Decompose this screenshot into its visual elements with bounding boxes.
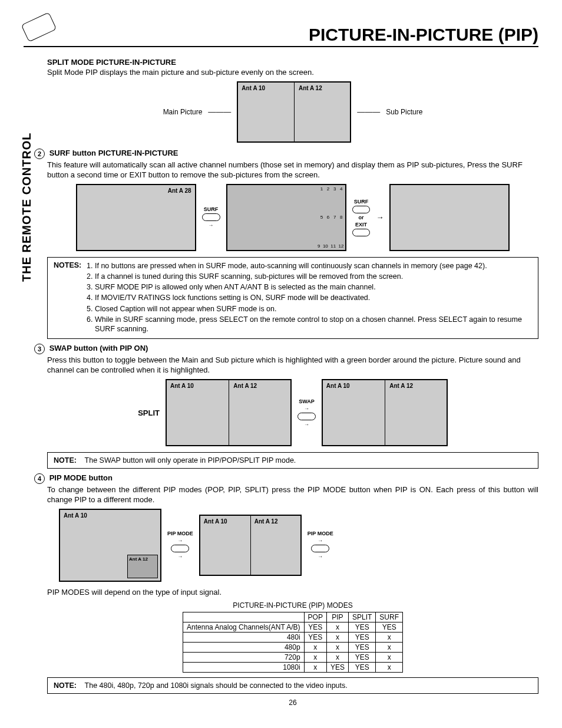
- note-item: While in SURF scanning mode, press SELEC…: [95, 315, 532, 334]
- surf-button-icon: [202, 213, 220, 221]
- table-cell: YES: [376, 622, 403, 632]
- table-cell: x: [376, 652, 403, 662]
- table-cell: 480i: [183, 632, 305, 642]
- ant-label: Ant A 10: [170, 383, 194, 389]
- step-3-badge: 3: [34, 344, 45, 354]
- note-item: Closed Caption will not appear when SURF…: [95, 304, 532, 314]
- section3-heading: SWAP button (with PIP ON): [49, 344, 148, 353]
- table-cell: YES: [348, 632, 375, 642]
- table-cell: x: [326, 632, 348, 642]
- table-header: PIP: [326, 612, 348, 622]
- section1-heading: SPLIT MODE PICTURE-IN-PICTURE: [47, 58, 538, 67]
- table-cell: x: [304, 662, 326, 672]
- swap-before-figure: Ant A 10 Ant A 12: [166, 379, 292, 446]
- pip-mode-button-icon: [171, 545, 189, 552]
- exit-label: EXIT: [355, 222, 367, 228]
- pip-mode-button-icon: [311, 545, 329, 552]
- section2-body: This feature will automatically scan all…: [47, 160, 538, 180]
- section4-heading: PIP MODE button: [49, 474, 113, 483]
- swap-note-box: NOTE: The SWAP button will only operate …: [47, 452, 538, 469]
- split-label: SPLIT: [138, 409, 160, 417]
- step-2-badge: 2: [34, 149, 45, 159]
- main-picture-label: Main Picture: [163, 108, 203, 116]
- ant-label: Ant A 28: [168, 187, 191, 194]
- notes-box-1: NOTES: If no buttons are pressed when in…: [47, 257, 538, 340]
- split-tv-figure: Ant A 10 Ant A 12: [237, 81, 351, 143]
- table-title: PICTURE-IN-PICTURE (PIP) MODES: [47, 601, 538, 610]
- arrow-right-icon: →: [177, 538, 183, 543]
- pop-figure: Ant A 10 Ant A 12: [59, 509, 161, 582]
- page-number: 26: [47, 699, 538, 707]
- sub-picture-label: Sub Picture: [386, 108, 422, 116]
- section2-heading: SURF button PICTURE-IN-PICTURE: [49, 149, 178, 157]
- arrow-right-icon: →: [318, 554, 323, 559]
- section1-body: Split Mode PIP displays the main picture…: [47, 68, 538, 78]
- ant-label: Ant A 12: [389, 383, 413, 389]
- table-cell: x: [326, 622, 348, 632]
- note-item: If MOVIE/TV RATINGS lock functions setti…: [95, 293, 532, 302]
- ant-label: Ant A 12: [254, 518, 278, 525]
- note-label: NOTE:: [54, 681, 77, 690]
- arrow-left-icon: ———: [357, 107, 380, 116]
- signals-note-box: NOTE: The 480i, 480p, 720p and 1080i sig…: [47, 677, 538, 694]
- table-cell: YES: [304, 622, 326, 632]
- swap-after-figure: Ant A 10 Ant A 12: [322, 379, 448, 446]
- note-item: SURF MODE PIP is allowed only when ANT A…: [95, 282, 532, 292]
- table-cell: YES: [348, 622, 375, 632]
- arrow-right-icon: →: [304, 421, 309, 427]
- ant-label: Ant A 12: [233, 383, 257, 389]
- ant-label: Ant A 12: [299, 85, 322, 91]
- surf-after-figure: [389, 184, 510, 251]
- surf-button-icon: [352, 206, 371, 213]
- or-label: or: [358, 215, 363, 220]
- table-cell: Antenna Analog Channels(ANT A/B): [183, 622, 305, 632]
- pip-mode-label: PIP MODE: [167, 531, 193, 536]
- arrow-right-icon: →: [376, 213, 384, 222]
- surf-label: SURF: [204, 206, 219, 212]
- table-cell: x: [326, 642, 348, 652]
- table-cell: YES: [348, 662, 375, 672]
- exit-button-icon: [352, 229, 371, 236]
- section4-body: To change between the different PIP mode…: [47, 485, 538, 505]
- table-header: [183, 612, 305, 622]
- pip-mode-label: PIP MODE: [308, 531, 333, 536]
- ant-label: Ant A 12: [129, 556, 148, 562]
- notes-label: NOTES:: [54, 261, 81, 269]
- arrow-right-icon: →: [209, 222, 214, 228]
- table-cell: YES: [348, 642, 375, 652]
- note-text: The SWAP button will only operate in PIP…: [85, 456, 296, 465]
- split-figure: Ant A 10 Ant A 12: [199, 515, 302, 576]
- ant-label: Ant A 10: [242, 85, 265, 91]
- surf-before-figure: Ant A 28: [76, 184, 196, 251]
- ant-label: Ant A 10: [64, 512, 87, 519]
- table-cell: YES: [304, 632, 326, 642]
- pip-modes-table: POP PIP SPLIT SURF Antenna Analog Channe…: [183, 612, 403, 673]
- table-cell: YES: [348, 652, 375, 662]
- arrow-right-icon: →: [318, 538, 323, 543]
- note-text: The 480i, 480p, 720p and 1080i signals s…: [85, 681, 348, 690]
- section4-footer: PIP MODES will depend on the type of inp…: [47, 588, 538, 598]
- section3-body: Press this button to toggle between the …: [47, 355, 538, 375]
- table-cell: x: [376, 642, 403, 652]
- table-cell: x: [326, 652, 348, 662]
- note-item: If a channel is tuned during this SURF s…: [95, 272, 532, 281]
- table-cell: YES: [326, 662, 348, 672]
- ant-label: Ant A 10: [204, 518, 227, 525]
- arrow-right-icon: ———: [208, 107, 231, 116]
- table-header: POP: [304, 612, 326, 622]
- swap-button-icon: [297, 413, 316, 420]
- note-item: If no buttons are pressed when in SURF m…: [95, 261, 532, 271]
- ant-label: Ant A 10: [326, 383, 350, 389]
- page-title: PICTURE-IN-PICTURE (PIP): [24, 25, 538, 47]
- table-header: SURF: [376, 612, 403, 622]
- table-header: SPLIT: [348, 612, 375, 622]
- step-4-badge: 4: [34, 473, 45, 484]
- arrow-right-icon: →: [177, 554, 183, 559]
- table-cell: x: [376, 662, 403, 672]
- table-cell: x: [304, 642, 326, 652]
- surf-label: SURF: [354, 199, 369, 205]
- table-cell: 480p: [183, 642, 305, 652]
- table-cell: 1080i: [183, 662, 305, 672]
- swap-label: SWAP: [299, 398, 315, 404]
- arrow-right-icon: →: [304, 406, 309, 411]
